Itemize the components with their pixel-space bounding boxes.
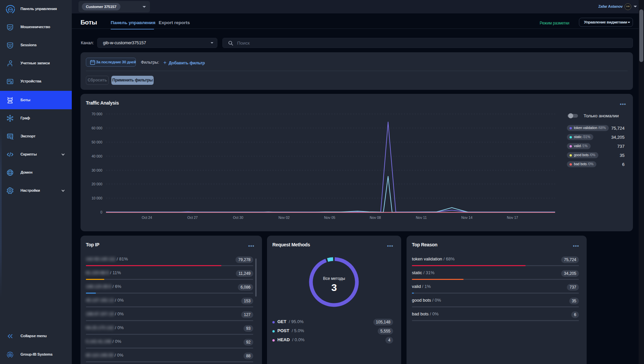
svg-text:Nov 17: Nov 17 <box>507 216 518 220</box>
svg-text:Oct 24: Oct 24 <box>142 216 152 220</box>
svg-text:10 000: 10 000 <box>92 196 102 200</box>
svg-text:40 000: 40 000 <box>92 154 102 158</box>
svg-text:Nov 02: Nov 02 <box>278 216 289 220</box>
svg-text:Nov 05: Nov 05 <box>324 216 335 220</box>
svg-text:70 000: 70 000 <box>92 112 102 116</box>
svg-text:Oct 27: Oct 27 <box>187 216 198 220</box>
svg-text:60 000: 60 000 <box>92 126 102 130</box>
svg-text:30 000: 30 000 <box>92 168 102 172</box>
svg-text:Oct 30: Oct 30 <box>233 216 244 220</box>
svg-text:FHP: FHP <box>8 9 12 11</box>
svg-text:Nov 08: Nov 08 <box>370 216 381 220</box>
svg-text:0: 0 <box>100 210 102 214</box>
svg-text:Nov 14: Nov 14 <box>461 216 472 220</box>
svg-text:Nov 11: Nov 11 <box>416 216 427 220</box>
svg-text:50 000: 50 000 <box>92 140 102 144</box>
svg-text:20 000: 20 000 <box>92 182 102 186</box>
